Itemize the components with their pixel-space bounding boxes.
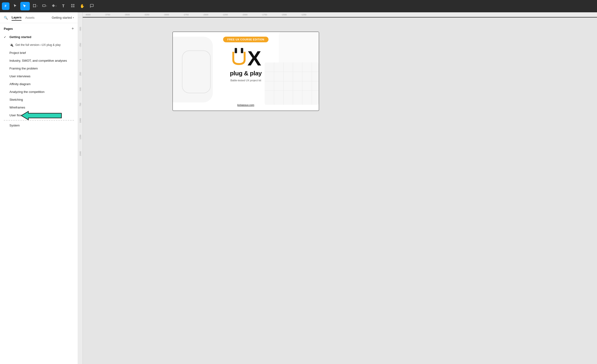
page-item-label: User interviews [9,74,31,78]
hand-icon: ✋ [80,4,85,8]
page-item-label: Sketching [9,98,23,101]
move-tool-button[interactable]: ▾ [20,2,30,10]
select-tool-button[interactable] [10,2,20,10]
plug-icon: 🔌 [9,43,14,47]
page-item-label: Wireframes [9,106,25,109]
components-tool-button[interactable] [69,2,77,10]
tool-group-select: ▾ [10,2,30,10]
page-item-getting-started[interactable]: ✓ Getting started [0,33,78,41]
page-item-label: Project brief [9,51,26,55]
website-link[interactable]: kickassux.com [237,101,254,106]
x-letter: X [247,48,261,69]
page-item-label: Get the full version—UX plug & play [15,43,61,47]
tool-group-pen: ▾ [50,2,58,10]
canvas-area: -4000 -3750 -3500 -3250 -3000 -2750 -250… [78,12,597,364]
pen-icon [52,4,55,8]
ruler-tick: -1750 [262,14,267,16]
search-icon[interactable]: 🔍 [4,16,8,20]
add-page-button[interactable]: + [71,26,74,31]
ruler-left: -500 -250 0 250 500 750 1000 1250 1500 [78,17,83,364]
chevron-down-icon: ▾ [37,5,38,7]
svg-rect-5 [43,5,45,7]
tool-group-shape: ▾ [40,2,49,10]
rectangle-icon [42,4,46,8]
ruler-tick: -2750 [183,14,189,16]
page-item-full-version[interactable]: 🔌 Get the full version—UX plug & play [0,41,78,49]
svg-rect-10 [73,6,74,7]
text-tool-button[interactable]: T [59,2,68,10]
ux-logo: X [230,46,261,69]
badge: FREE UX COURSE EDITION [223,37,268,42]
comment-tool-button[interactable] [87,2,96,10]
page-item-analyzing-competition[interactable]: Analyzing the competition [0,88,78,96]
comment-icon [90,4,94,9]
chevron-down-icon: ▾ [27,5,28,7]
ruler-tick: -3250 [144,14,149,16]
page-item-label: User flows [9,113,24,117]
file-label[interactable]: Getting started ▾ [52,16,74,19]
frame-tool-button[interactable]: ▾ [31,2,39,10]
ruler-tick: -2000 [242,14,247,16]
select-icon [13,4,17,8]
pen-tool-button[interactable]: ▾ [50,2,58,10]
arrow-annotation [21,111,64,121]
page-item-user-interviews[interactable]: User interviews [0,72,78,80]
tab-assets[interactable]: Assets [25,15,34,20]
components-icon [71,4,75,9]
page-list: ✓ Getting started 🔌 Get the full version… [0,33,78,119]
tagline: Battle-tested UX project kit [230,79,261,82]
hand-tool-button[interactable]: ✋ [78,2,86,10]
card-inner: FREE UX COURSE EDITION [173,32,319,111]
figma-menu-button[interactable]: F [2,2,9,10]
canvas-content[interactable]: □ Cover [83,17,597,364]
ruler-tick: -2500 [203,14,208,16]
figma-logo-icon: F [5,4,7,8]
pages-header: Pages + [0,23,78,33]
sidebar-tabs: 🔍 Layers Assets Getting started ▾ [0,12,78,23]
page-item-industry-swot[interactable]: Industry, SWOT, and competitive analyses [0,57,78,64]
page-item-sketching[interactable]: Sketching [0,96,78,103]
frame-icon [33,4,36,8]
page-item-framing[interactable]: Framing the problem [0,64,78,72]
ruler-tick: -3750 [105,14,110,16]
canvas-frame-cover[interactable]: □ Cover [173,32,319,111]
svg-rect-25 [241,48,243,53]
page-item-user-flows[interactable]: User flows [0,111,78,119]
chevron-down-icon: ▾ [73,16,74,19]
page-item-project-brief[interactable]: Project brief [0,49,78,57]
shape-tool-button[interactable]: ▾ [40,2,49,10]
divider [4,120,74,120]
brand-name: plug & play [230,70,262,77]
ruler-tick: -3000 [164,14,169,16]
main-area: 🔍 Layers Assets Getting started ▾ Pages … [0,12,597,364]
ruler-tick: -1500 [281,14,287,16]
svg-rect-0 [33,5,36,7]
move-icon [23,4,26,8]
page-item-label: Affinity diagram [9,82,31,86]
tab-layers[interactable]: Layers [12,15,22,21]
page-item-affinity-diagram[interactable]: Affinity diagram [0,80,78,88]
page-item-label: Industry, SWOT, and competitive analyses [9,59,67,62]
check-icon: ✓ [4,35,8,39]
svg-rect-7 [71,4,72,5]
text-icon: T [62,4,64,8]
ruler-tick: -1250 [301,14,306,16]
page-item-wireframes[interactable]: Wireframes [0,103,78,111]
svg-rect-8 [73,4,74,5]
page-list-system: System [0,121,78,129]
ruler-top: -4000 -3750 -3500 -3250 -3000 -2750 -250… [83,12,597,17]
page-item-system[interactable]: System [0,121,78,129]
svg-point-6 [53,5,54,6]
ruler-tick: -3500 [124,14,130,16]
page-item-label: Analyzing the competition [9,90,44,94]
svg-marker-11 [21,111,62,120]
plug-u-icon [230,47,247,68]
ruler-tick: -4000 [85,14,91,16]
svg-rect-24 [235,48,237,53]
logo-area: X [230,46,261,70]
canvas-horizontal: -500 -250 0 250 500 750 1000 1250 1500 □… [78,17,597,364]
ruler-tick: -2250 [222,14,228,16]
toolbar: F ▾ [0,0,597,12]
svg-rect-9 [71,6,72,7]
pages-title: Pages [4,27,13,31]
